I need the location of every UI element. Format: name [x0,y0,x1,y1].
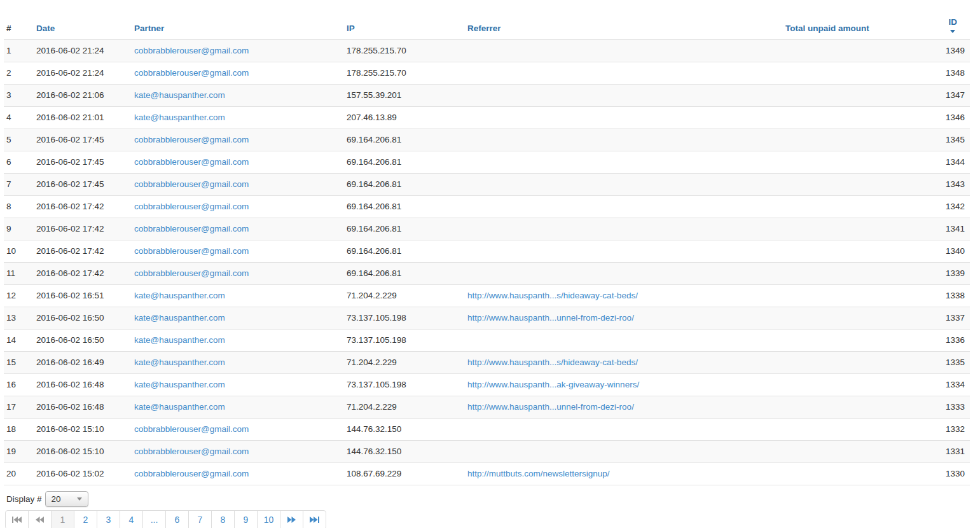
pagination-page-7[interactable]: 7 [188,510,212,528]
partner-link[interactable]: cobbrabblerouser@gmail.com [134,135,249,144]
table-row: 92016-06-02 17:42cobbrabblerouser@gmail.… [4,218,970,240]
partner-link[interactable]: cobbrabblerouser@gmail.com [134,157,249,167]
date-cell: 2016-06-02 17:45 [35,129,134,151]
id-cell: 1333 [919,396,970,418]
table-row: 162016-06-02 16:48kate@hauspanther.com73… [4,373,970,396]
col-header-total-unpaid-amount[interactable]: Total unpaid amount [785,0,919,39]
date-cell: 2016-06-02 15:10 [35,418,134,440]
referrer-cell: http://muttbuts.com/newslettersignup/ [467,462,785,485]
amount-cell [785,262,919,284]
col-header-ip[interactable]: IP [347,0,467,39]
pagination-ellipsis[interactable]: ... [142,510,166,528]
ip-cell: 69.164.206.81 [347,151,467,173]
col-header-id[interactable]: ID [919,0,970,39]
ip-cell: 144.76.32.150 [347,418,467,440]
pagination-page-9[interactable]: 9 [234,510,258,528]
pagination-page-2[interactable]: 2 [74,510,97,528]
id-cell: 1341 [919,218,970,240]
amount-cell [785,284,919,307]
referrer-link[interactable]: http://www.hauspanth...s/hideaway-cat-be… [467,358,638,367]
prev-page-button [28,510,52,528]
partner-link[interactable]: kate@hauspanther.com [134,291,225,300]
col-header-date[interactable]: Date [35,0,134,39]
next-page-button[interactable] [280,510,303,528]
partner-link[interactable]: kate@hauspanther.com [134,335,225,345]
row-number-cell: 15 [4,351,35,373]
id-cell: 1340 [919,240,970,262]
partner-link[interactable]: cobbrabblerouser@gmail.com [134,68,249,78]
date-cell: 2016-06-02 15:10 [35,440,134,462]
id-cell: 1345 [919,129,970,151]
amount-cell [785,373,919,396]
amount-cell [785,173,919,195]
col-header-referrer[interactable]: Referrer [467,0,785,39]
referrer-link[interactable]: http://www.hauspanth...unnel-from-dezi-r… [467,402,634,412]
row-number-cell: 19 [4,440,35,462]
row-number-cell: 13 [4,307,35,329]
partner-link[interactable]: cobbrabblerouser@gmail.com [134,268,249,278]
row-number-cell: 9 [4,218,35,240]
pagination-page-1: 1 [51,510,74,528]
table-row: 102016-06-02 17:42cobbrabblerouser@gmail… [4,240,970,262]
pagination-page-10[interactable]: 10 [257,510,280,528]
referrer-link[interactable]: http://muttbuts.com/newslettersignup/ [467,469,610,478]
table-row: 72016-06-02 17:45cobbrabblerouser@gmail.… [4,173,970,195]
partner-link[interactable]: cobbrabblerouser@gmail.com [134,469,249,478]
partner-link[interactable]: cobbrabblerouser@gmail.com [134,447,249,456]
partner-link[interactable]: cobbrabblerouser@gmail.com [134,424,249,434]
row-number-cell: 20 [4,462,35,485]
ip-cell: 178.255.215.70 [347,62,467,84]
col-header-id-label: ID [949,17,958,27]
ip-cell: 73.137.105.198 [347,373,467,396]
partner-link[interactable]: kate@hauspanther.com [134,380,225,389]
col-header-partner[interactable]: Partner [134,0,347,39]
amount-cell [785,218,919,240]
first-page-button [5,510,29,528]
partner-link[interactable]: kate@hauspanther.com [134,358,225,367]
referrer-link[interactable]: http://www.hauspanth...ak-giveaway-winne… [467,380,639,389]
table-row: 152016-06-02 16:49kate@hauspanther.com71… [4,351,970,373]
id-cell: 1336 [919,329,970,351]
date-cell: 2016-06-02 21:06 [35,84,134,106]
table-row: 42016-06-02 21:01kate@hauspanther.com207… [4,106,970,129]
partner-link[interactable]: cobbrabblerouser@gmail.com [134,246,249,256]
ip-cell: 73.137.105.198 [347,307,467,329]
pagination-page-3[interactable]: 3 [97,510,120,528]
partner-link[interactable]: kate@hauspanther.com [134,402,225,412]
amount-cell [785,418,919,440]
display-count-label: Display # [6,494,42,504]
referrer-cell [467,218,785,240]
amount-cell [785,129,919,151]
col-header-num: # [4,0,35,39]
ip-cell: 71.204.2.229 [347,284,467,307]
referrer-cell [467,84,785,106]
referrer-link[interactable]: http://www.hauspanth...s/hideaway-cat-be… [467,291,638,300]
table-row: 52016-06-02 17:45cobbrabblerouser@gmail.… [4,129,970,151]
referrer-cell [467,129,785,151]
partner-cell: cobbrabblerouser@gmail.com [134,195,347,218]
partner-link[interactable]: kate@hauspanther.com [134,313,225,323]
last-page-button[interactable] [303,510,326,528]
pagination-page-6[interactable]: 6 [165,510,189,528]
display-count-select[interactable]: 20 [45,491,88,507]
pagination-page-4[interactable]: 4 [120,510,143,528]
referrer-cell [467,151,785,173]
amount-cell [785,84,919,106]
id-cell: 1332 [919,418,970,440]
partner-link[interactable]: cobbrabblerouser@gmail.com [134,224,249,233]
table-row: 112016-06-02 17:42cobbrabblerouser@gmail… [4,262,970,284]
pagination-page-8[interactable]: 8 [211,510,235,528]
sort-desc-icon [950,30,955,33]
date-cell: 2016-06-02 17:45 [35,151,134,173]
partner-link[interactable]: kate@hauspanther.com [134,113,225,122]
partner-link[interactable]: cobbrabblerouser@gmail.com [134,202,249,211]
date-cell: 2016-06-02 16:49 [35,351,134,373]
partner-link[interactable]: kate@hauspanther.com [134,90,225,100]
table-footer: Display # 20 1234...678910 [0,491,980,528]
id-cell: 1343 [919,173,970,195]
partner-link[interactable]: cobbrabblerouser@gmail.com [134,179,249,189]
row-number-cell: 11 [4,262,35,284]
referrer-link[interactable]: http://www.hauspanth...unnel-from-dezi-r… [467,313,634,323]
partner-link[interactable]: cobbrabblerouser@gmail.com [134,46,249,55]
partner-cell: kate@hauspanther.com [134,284,347,307]
